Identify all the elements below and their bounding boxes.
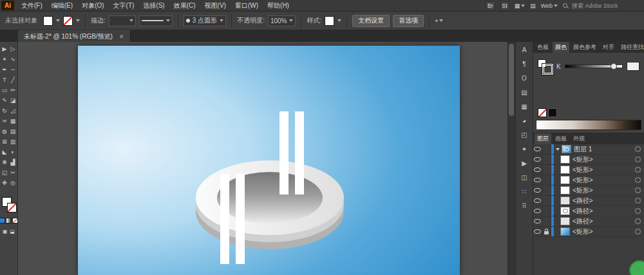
layer-row[interactable]: <矩形> bbox=[533, 175, 644, 185]
lock-toggle[interactable] bbox=[542, 155, 551, 164]
layer-name[interactable]: <矩形> bbox=[573, 186, 593, 195]
actions-panel-icon[interactable]: ▶ bbox=[518, 158, 530, 168]
menu-view[interactable]: 视图(V) bbox=[200, 0, 231, 11]
arrange-documents-icon[interactable]: ▦ bbox=[515, 3, 526, 9]
stock-button[interactable]: St bbox=[500, 1, 509, 10]
expand-arrow-icon[interactable] bbox=[556, 148, 560, 151]
close-icon[interactable]: ✕ bbox=[119, 33, 124, 40]
lock-toggle[interactable] bbox=[542, 196, 551, 205]
tab-appearance[interactable]: 外观 bbox=[571, 133, 587, 144]
type-tool[interactable]: T bbox=[1, 75, 9, 85]
tab-color[interactable]: 颜色 bbox=[553, 42, 569, 53]
tab-pathfinder[interactable]: 路径查找 bbox=[618, 42, 644, 53]
visibility-toggle[interactable] bbox=[533, 216, 542, 226]
k-slider[interactable] bbox=[565, 64, 623, 68]
variable-width-dropdown[interactable] bbox=[139, 15, 173, 26]
none-swatch[interactable] bbox=[538, 108, 547, 117]
chevron-down-icon[interactable] bbox=[56, 19, 60, 22]
opentype-panel-icon[interactable]: O bbox=[518, 73, 530, 83]
align-panel-icon[interactable]: ∷ bbox=[518, 187, 530, 196]
canvas-area[interactable] bbox=[18, 42, 515, 275]
color-button[interactable] bbox=[0, 218, 5, 223]
visibility-toggle[interactable] bbox=[533, 155, 542, 164]
layer-name[interactable]: <路径> bbox=[573, 217, 593, 226]
scrollbar-thumb[interactable] bbox=[509, 44, 514, 116]
layer-row[interactable]: 图层 1 bbox=[533, 144, 644, 155]
gradient-button[interactable] bbox=[6, 218, 12, 223]
free-transform-tool[interactable]: ▦ bbox=[9, 116, 17, 126]
transparency-panel-icon[interactable]: ⠿ bbox=[518, 201, 530, 211]
menu-window[interactable]: 窗口(W) bbox=[231, 0, 263, 11]
scale-tool[interactable]: ◿ bbox=[9, 106, 17, 116]
rectangle-tool[interactable]: ▭ bbox=[1, 85, 9, 95]
target-circle-icon[interactable] bbox=[635, 146, 641, 152]
rotate-tool[interactable]: ↻ bbox=[1, 106, 9, 116]
hand-tool[interactable]: ✥ bbox=[1, 178, 9, 188]
column-graph-tool[interactable]: ▟ bbox=[9, 157, 17, 167]
appearance-panel-icon[interactable]: ◕ bbox=[518, 116, 530, 126]
visibility-toggle[interactable] bbox=[533, 196, 542, 205]
eraser-tool[interactable]: ◪ bbox=[9, 95, 17, 106]
preferences-button[interactable]: 首选项 bbox=[393, 15, 424, 27]
visibility-toggle[interactable] bbox=[533, 206, 542, 216]
target-circle-icon[interactable] bbox=[635, 167, 641, 173]
artboard[interactable] bbox=[78, 46, 460, 275]
stroke-weight-dropdown[interactable] bbox=[109, 15, 136, 26]
tab-align[interactable]: 对齐 bbox=[600, 42, 617, 53]
vertical-scrollbar[interactable] bbox=[507, 42, 515, 275]
target-circle-icon[interactable] bbox=[635, 156, 641, 162]
transform-panel-icon[interactable]: ◫ bbox=[518, 173, 530, 182]
paragraph-panel-icon[interactable]: ¶ bbox=[518, 59, 530, 69]
stroke-color-swatch[interactable] bbox=[63, 16, 73, 26]
search-input[interactable] bbox=[571, 2, 638, 10]
visibility-toggle[interactable] bbox=[533, 175, 542, 185]
menu-select[interactable]: 选择(S) bbox=[138, 0, 169, 11]
symbols-panel-icon[interactable]: ✦ bbox=[518, 144, 530, 154]
layer-row[interactable]: <矩形> bbox=[533, 185, 644, 196]
layer-name[interactable]: <路径> bbox=[573, 207, 593, 216]
target-circle-icon[interactable] bbox=[635, 177, 641, 183]
bridge-button[interactable]: Br bbox=[486, 1, 495, 10]
layer-name[interactable]: <矩形> bbox=[573, 176, 593, 185]
layer-row[interactable]: <路径> bbox=[533, 216, 644, 227]
width-tool[interactable]: ≍ bbox=[1, 116, 9, 126]
pen-tool[interactable]: ✒ bbox=[1, 64, 9, 75]
screen-mode-icon[interactable]: ⬓ bbox=[10, 229, 15, 234]
visibility-toggle[interactable] bbox=[533, 144, 542, 154]
selection-tool[interactable]: ▶ bbox=[1, 44, 9, 54]
document-tab[interactable]: 未标题-2* @ 101% (RGB/预览) ✕ bbox=[18, 30, 131, 42]
layout-icon[interactable]: ▤ bbox=[530, 3, 536, 9]
line-segment-tool[interactable]: ╱ bbox=[9, 75, 17, 85]
target-circle-icon[interactable] bbox=[635, 198, 641, 204]
target-circle-icon[interactable] bbox=[635, 218, 641, 224]
layer-row[interactable]: <矩形> bbox=[533, 227, 644, 237]
lock-toggle[interactable] bbox=[542, 144, 551, 154]
fill-stroke-indicator[interactable] bbox=[538, 59, 551, 72]
align-options-icon[interactable]: ⌖ bbox=[435, 17, 443, 24]
lasso-tool[interactable]: ∿ bbox=[9, 54, 17, 64]
artboard-tool[interactable]: ◱ bbox=[1, 167, 9, 178]
tab-color-guide[interactable]: 颜色参考 bbox=[571, 42, 599, 53]
tab-swatches[interactable]: 色板 bbox=[535, 42, 551, 53]
lock-toggle[interactable] bbox=[542, 206, 551, 216]
menu-help[interactable]: 帮助(H) bbox=[263, 0, 294, 11]
lock-toggle[interactable] bbox=[542, 227, 551, 236]
zoom-tool[interactable]: ◎ bbox=[9, 178, 17, 188]
drawing-mode-icon[interactable]: ▣ bbox=[3, 229, 8, 234]
lock-toggle[interactable] bbox=[542, 216, 551, 226]
document-setup-button[interactable]: 文档设置 bbox=[352, 15, 390, 27]
k-value-field[interactable] bbox=[627, 62, 639, 71]
lock-toggle[interactable] bbox=[542, 185, 551, 195]
layer-name[interactable]: <矩形> bbox=[573, 166, 593, 175]
chevron-down-icon[interactable] bbox=[337, 19, 341, 22]
layer-row[interactable]: <矩形> bbox=[533, 155, 644, 165]
tab-layers[interactable]: 图层 bbox=[535, 133, 551, 144]
visibility-toggle[interactable] bbox=[533, 227, 542, 236]
menu-effect[interactable]: 效果(C) bbox=[169, 0, 200, 11]
color-spectrum-ramp[interactable] bbox=[536, 120, 641, 130]
layer-name[interactable]: <矩形> bbox=[573, 227, 593, 236]
visibility-toggle[interactable] bbox=[533, 185, 542, 195]
mesh-tool[interactable]: ⊞ bbox=[1, 137, 9, 147]
curvature-tool[interactable]: ∽ bbox=[9, 64, 17, 75]
layer-name[interactable]: <路径> bbox=[573, 196, 593, 205]
